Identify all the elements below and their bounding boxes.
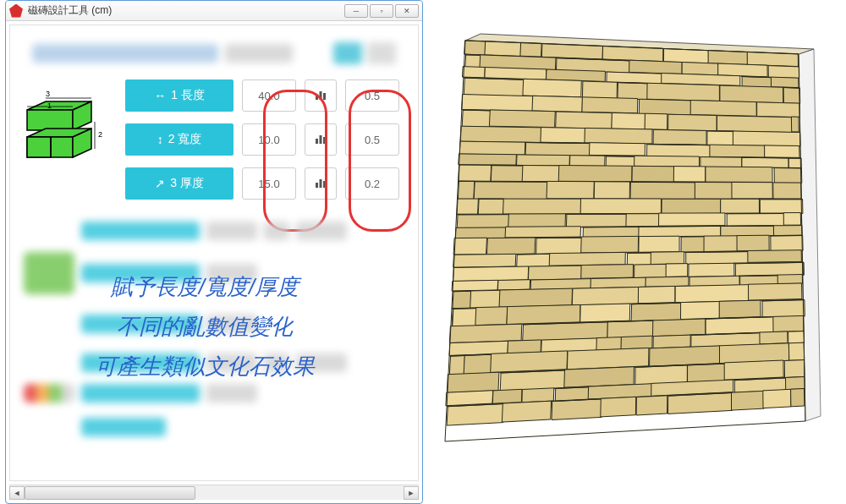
thickness-variance-icon[interactable]	[305, 167, 337, 200]
svg-marker-139	[505, 227, 580, 238]
svg-marker-37	[718, 63, 768, 77]
svg-marker-54	[720, 85, 783, 103]
svg-marker-161	[517, 254, 552, 255]
scroll-left-button[interactable]: ◄	[9, 486, 25, 500]
svg-marker-243	[688, 364, 728, 382]
svg-marker-158	[770, 235, 803, 236]
thickness-label-button[interactable]: ↗ 3 厚度	[125, 167, 233, 200]
svg-marker-257	[447, 404, 504, 426]
length-value-input[interactable]	[242, 79, 296, 112]
svg-marker-246	[784, 360, 805, 378]
svg-marker-88	[517, 155, 570, 166]
svg-marker-67	[612, 112, 645, 129]
svg-marker-142	[639, 226, 721, 237]
svg-marker-46	[771, 77, 799, 88]
svg-marker-86	[765, 145, 799, 158]
scroll-thumb[interactable]	[25, 486, 195, 500]
length-variance-icon[interactable]	[305, 79, 337, 112]
svg-marker-268	[791, 389, 805, 407]
minimize-button[interactable]: ─	[344, 4, 368, 18]
blur-pill	[264, 222, 289, 240]
svg-marker-107	[773, 167, 801, 168]
svg-marker-157	[771, 236, 803, 251]
svg-marker-30	[465, 55, 481, 68]
maximize-button[interactable]: ▫	[370, 4, 393, 18]
svg-marker-166	[686, 252, 750, 265]
svg-marker-203	[631, 303, 682, 321]
svg-marker-57	[462, 95, 534, 112]
svg-marker-47	[464, 78, 525, 96]
arrow-diagonal-icon: ↗	[155, 177, 165, 190]
length-variance-input[interactable]	[345, 79, 399, 112]
svg-marker-259	[502, 401, 551, 422]
svg-marker-135	[727, 214, 786, 227]
svg-marker-206	[719, 300, 761, 318]
svg-marker-24	[520, 42, 541, 57]
width-variance-icon[interactable]	[305, 123, 337, 156]
svg-marker-119	[457, 199, 478, 214]
blur-pill	[206, 353, 257, 372]
svg-marker-40	[485, 68, 547, 80]
svg-marker-65	[489, 110, 555, 128]
svg-marker-256	[786, 377, 805, 390]
length-label-button[interactable]: ↔ 1 長度	[125, 79, 233, 112]
blur-pill	[81, 315, 200, 333]
blur-pill	[81, 384, 200, 403]
thickness-label: 3 厚度	[170, 176, 204, 191]
svg-marker-126	[760, 200, 803, 214]
svg-text:1: 1	[47, 101, 52, 110]
horizontal-scrollbar[interactable]: ◄ ►	[9, 485, 419, 500]
blur-row-1	[24, 222, 404, 240]
svg-marker-228	[449, 356, 464, 375]
svg-text:2: 2	[98, 130, 102, 139]
scroll-track[interactable]	[25, 486, 404, 500]
scroll-right-button[interactable]: ►	[404, 486, 419, 500]
close-button[interactable]: ✕	[395, 4, 419, 18]
svg-marker-85	[710, 145, 765, 157]
svg-marker-6	[27, 137, 51, 157]
header-action-2[interactable]	[367, 42, 396, 64]
length-label: 1 長度	[171, 88, 205, 103]
width-value-input[interactable]	[242, 123, 296, 156]
svg-marker-92	[634, 156, 700, 167]
svg-marker-82	[590, 143, 645, 156]
svg-marker-94	[742, 157, 788, 167]
svg-marker-187	[777, 275, 802, 284]
thickness-value-input[interactable]	[242, 167, 296, 200]
svg-marker-179	[452, 280, 498, 291]
svg-marker-247	[446, 391, 493, 406]
svg-marker-103	[632, 166, 674, 182]
svg-marker-106	[774, 168, 802, 184]
svg-rect-11	[316, 95, 318, 100]
svg-rect-16	[323, 137, 326, 144]
thickness-variance-input[interactable]	[345, 167, 399, 200]
svg-marker-163	[627, 253, 652, 266]
svg-marker-116	[695, 183, 732, 200]
svg-marker-183	[645, 277, 689, 287]
svg-marker-79	[459, 141, 525, 155]
svg-marker-137	[783, 213, 800, 226]
svg-marker-53	[647, 83, 720, 101]
blur-row-2	[24, 252, 404, 294]
svg-marker-160	[517, 254, 552, 266]
blur-pill	[206, 222, 257, 240]
width-variance-input[interactable]	[345, 123, 399, 156]
3d-viewport[interactable]	[423, 0, 846, 504]
svg-marker-56	[783, 87, 800, 88]
svg-marker-159	[453, 254, 516, 267]
svg-marker-50	[582, 81, 617, 99]
header-title-blur	[32, 44, 218, 63]
svg-marker-195	[749, 283, 802, 300]
svg-marker-117	[732, 183, 772, 199]
svg-marker-111	[474, 181, 549, 182]
svg-marker-120	[478, 199, 504, 214]
bars-icon	[315, 178, 327, 190]
blur-pill	[81, 353, 200, 372]
material-swatch-green	[24, 252, 74, 294]
header-action-1[interactable]	[333, 42, 362, 64]
svg-marker-75	[653, 129, 706, 145]
header-row	[32, 42, 396, 64]
svg-marker-123	[580, 199, 661, 214]
svg-marker-55	[783, 88, 800, 104]
width-label-button[interactable]: ↕ 2 寬度	[125, 123, 233, 156]
